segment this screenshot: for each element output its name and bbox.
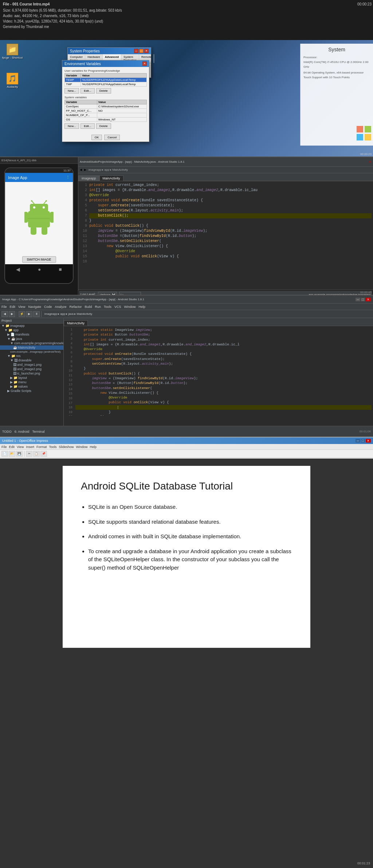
- sys-var-comspec[interactable]: ComSpec C:\Windows\system32\cmd.exe: [65, 104, 147, 109]
- studio-nav-forward[interactable]: ▶: [84, 168, 86, 171]
- cpu-label: Processor:: [303, 55, 370, 60]
- android-robot-image: [24, 200, 54, 237]
- emulator-back-btn[interactable]: ◀: [16, 266, 20, 272]
- tree-gradle[interactable]: ▶ Gradle Scripts: [0, 389, 63, 393]
- bottom-tab-terminal[interactable]: Terminal: [32, 430, 44, 433]
- impress-menu-view[interactable]: View: [17, 445, 24, 449]
- emulator-time: 11:37: [63, 169, 71, 172]
- impress-menu-help[interactable]: Help: [90, 445, 97, 449]
- log-panel: Log Level: Verbose app.example.programmi…: [78, 290, 373, 295]
- user-edit-btn[interactable]: Edit...: [81, 88, 94, 94]
- impress-minimize[interactable]: ─: [356, 439, 360, 443]
- user-var-tmp[interactable]: TMP %USERPROFILE%\AppData\Local\Temp: [65, 82, 147, 87]
- tree-app[interactable]: ▼📁 app: [0, 328, 63, 332]
- menu-analyze[interactable]: Analyze: [55, 305, 66, 309]
- impress-menu-window[interactable]: Window: [76, 445, 87, 449]
- toolbar-btn-1[interactable]: ◀: [1, 311, 8, 317]
- desktop-icon-fpcge[interactable]: 📁 fpcge - Shortcut: [1, 44, 23, 59]
- toolbar-btn-5[interactable]: ⏸: [33, 311, 40, 317]
- sys-edit-btn[interactable]: Edit...: [81, 123, 94, 129]
- menu-view[interactable]: View: [18, 305, 25, 309]
- impress-menu-insert[interactable]: Insert: [26, 445, 34, 449]
- studio-title-text: AndroidStudioProjects\imageApp - [app] -…: [80, 160, 368, 163]
- impress-tb-cut[interactable]: ✂: [26, 451, 32, 457]
- env-ok-btn[interactable]: OK: [91, 135, 102, 140]
- tree-layout[interactable]: ▶📁 layout: [0, 376, 63, 380]
- toolbar-btn-3[interactable]: ⚡: [19, 311, 25, 317]
- impress-menu-format[interactable]: Format: [36, 445, 47, 449]
- emulator-home-btn[interactable]: ●: [38, 266, 41, 272]
- sys-dialog-maximize[interactable]: □: [139, 49, 144, 53]
- sys-dialog-close[interactable]: ✕: [144, 49, 149, 53]
- tree-manifests[interactable]: ▶📄 manifests: [0, 332, 63, 337]
- studio2-close[interactable]: ✕: [366, 298, 371, 301]
- user-var-temp[interactable]: TEMP %USERPROFILE%\AppData\Local\Temp: [65, 78, 147, 82]
- studio-tabs-1: imageapp MainActivity: [78, 173, 373, 181]
- menu-window[interactable]: Window: [124, 305, 136, 309]
- impress-menu-edit[interactable]: Edit: [9, 445, 15, 449]
- tree-package[interactable]: ▼ com.example.programmingknowledge.image…: [0, 341, 63, 345]
- menu-vcs[interactable]: VCS: [114, 305, 121, 309]
- studio-nav-back[interactable]: ◀: [80, 168, 82, 171]
- tree-and-image2[interactable]: 🖼 and_image2.png: [0, 367, 63, 371]
- menu-refactor[interactable]: Refactor: [69, 305, 82, 309]
- menu-tools[interactable]: Tools: [104, 305, 111, 309]
- menu-edit[interactable]: Edit: [10, 305, 16, 309]
- sys-var-os[interactable]: OS Windows_NT: [65, 118, 147, 122]
- sys-new-btn[interactable]: New...: [64, 123, 79, 129]
- sys-delete-btn[interactable]: Delete: [96, 123, 111, 129]
- emulator-menu-icon: ⋮: [66, 175, 70, 180]
- tree-values[interactable]: ▶📁 values: [0, 384, 63, 389]
- toolbar-btn-4[interactable]: ▶: [26, 311, 32, 317]
- log-filter-input[interactable]: [119, 292, 141, 295]
- studio2-tab-mainactivity[interactable]: MainActivity: [64, 320, 88, 326]
- impress-tb-new[interactable]: 📄: [1, 451, 8, 457]
- env-cancel-btn[interactable]: Cancel: [104, 135, 120, 140]
- tree-imageapp[interactable]: ▼📁 imageapp: [0, 324, 63, 328]
- tree-and-image1[interactable]: 🖼 and_image1.png: [0, 362, 63, 367]
- impress-tb-paste[interactable]: 📌: [40, 451, 47, 457]
- tree-java[interactable]: ▼☕ java: [0, 337, 63, 341]
- bottom-tab-android[interactable]: 6: Android: [15, 430, 30, 433]
- toolbar-btn-2[interactable]: ▶: [9, 311, 15, 317]
- studio2-minimize[interactable]: ─: [356, 298, 360, 301]
- menu-run[interactable]: Run: [95, 305, 101, 309]
- slide-bullet-4: To create and upgrade a database in your…: [88, 547, 292, 572]
- menu-build[interactable]: Build: [85, 305, 92, 309]
- impress-menu-slideshow[interactable]: Slideshow: [59, 445, 74, 449]
- tree-ic-launcher[interactable]: 🖼 ic_launcher.png: [0, 371, 63, 376]
- log-level-select[interactable]: Verbose: [98, 292, 117, 295]
- studio-close-btn[interactable]: ✕: [369, 160, 372, 164]
- menu-navigate[interactable]: Navigate: [28, 305, 41, 309]
- impress-close[interactable]: ✕: [366, 439, 371, 443]
- menu-code[interactable]: Code: [44, 305, 52, 309]
- user-new-btn[interactable]: New...: [64, 88, 79, 94]
- tree-res[interactable]: ▼📁 res: [0, 354, 63, 358]
- impress-menu-file[interactable]: File: [1, 445, 7, 449]
- user-delete-btn[interactable]: Delete: [96, 88, 111, 94]
- impress-tb-save[interactable]: 💾: [16, 451, 23, 457]
- impress-tb-copy[interactable]: 📋: [33, 451, 40, 457]
- sys-var-fp[interactable]: FP_NO_HOST_C... NO: [65, 109, 147, 113]
- studio2-maximize[interactable]: □: [361, 298, 365, 301]
- tree-menu[interactable]: ▶📁 menu: [0, 380, 63, 384]
- studio-tab-mainactivity[interactable]: MainActivity: [99, 175, 123, 181]
- audacity-icon: 🎵: [7, 73, 18, 84]
- desktop-icon-audacity[interactable]: 🎵 Audacity: [1, 73, 23, 88]
- switch-image-button[interactable]: SWITCH IMAGE: [22, 256, 56, 263]
- impress-menu-tools[interactable]: Tools: [49, 445, 56, 449]
- tree-package-test[interactable]: com.example...imageapp (androidTest): [0, 350, 63, 354]
- env-close-btn[interactable]: ✕: [142, 62, 147, 66]
- studio-tab-imageapp[interactable]: imageapp: [78, 175, 99, 181]
- menu-help[interactable]: Help: [139, 305, 146, 309]
- sys-dialog-minimize[interactable]: ─: [134, 49, 138, 53]
- impress-tb-open[interactable]: 📂: [9, 451, 15, 457]
- bottom-tab-todo[interactable]: TODO: [2, 430, 12, 433]
- fpcge-icon: 📁: [7, 44, 18, 55]
- tree-drawable[interactable]: ▼🖼 drawable: [0, 358, 63, 362]
- impress-maximize[interactable]: □: [361, 439, 365, 443]
- sys-var-number[interactable]: NUMBER_OF_P...: [65, 113, 147, 118]
- emulator-recent-btn[interactable]: ■: [59, 266, 62, 272]
- tree-mainactivity-selected[interactable]: ☕ MainActivity: [0, 345, 63, 350]
- menu-file[interactable]: File: [1, 305, 7, 309]
